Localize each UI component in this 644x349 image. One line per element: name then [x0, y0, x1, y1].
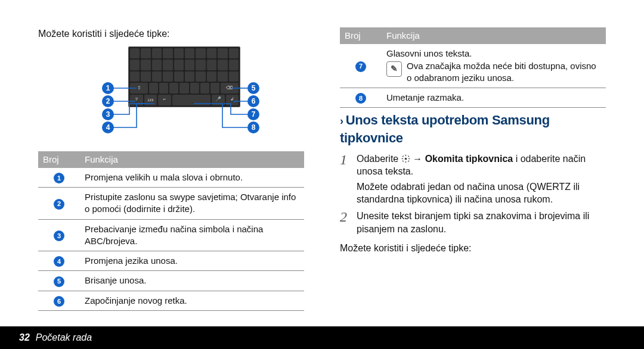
right-function-table: Broj Funkcija 7 Glasovni unos teksta. ✎ … — [340, 27, 606, 108]
table-row: 7 Glasovni unos teksta. ✎ Ova značajka m… — [340, 44, 606, 88]
step-2: 2 Unesite tekst biranjem tipki sa znakov… — [340, 210, 606, 235]
step1-bold: Okomita tipkovnica — [425, 154, 513, 164]
callout-7: 7 — [247, 108, 259, 120]
step-number: 1 — [340, 152, 351, 206]
table-row: 5 Brisanje unosa. — [38, 271, 304, 291]
table-row: 1 Promjena velikih u mala slova i obrnut… — [38, 168, 304, 188]
svg-rect-1 — [405, 154, 406, 156]
page-number: 32 — [19, 332, 30, 343]
svg-rect-2 — [405, 161, 406, 163]
step-number: 2 — [340, 210, 351, 235]
chevron-icon: › — [340, 115, 343, 127]
callout-2: 2 — [102, 95, 114, 107]
svg-rect-5 — [402, 155, 404, 157]
th-func: Funkcija — [80, 151, 304, 168]
step-1: 1 Odaberite — [340, 152, 606, 206]
callout-6: 6 — [247, 95, 259, 107]
table-row: 3 Prebacivanje između načina simbola i n… — [38, 219, 304, 251]
section-heading: ›Unos teksta upotrebom Samsung tipkovnic… — [340, 111, 606, 147]
callout-4: 4 — [102, 121, 114, 133]
row-badge: 4 — [54, 256, 64, 267]
svg-rect-7 — [408, 155, 410, 157]
note-icon: ✎ — [386, 61, 402, 77]
step2-body: Unesite tekst biranjem tipki sa znakovim… — [357, 210, 606, 235]
right-column: Broj Funkcija 7 Glasovni unos teksta. ✎ … — [340, 27, 606, 349]
th-func: Funkcija — [382, 27, 606, 44]
svg-point-0 — [404, 157, 407, 160]
step1-arrow: → — [413, 154, 425, 164]
svg-rect-6 — [408, 160, 410, 162]
row-badge: 8 — [355, 93, 366, 104]
gear-icon — [401, 154, 410, 163]
step1-pre: Odaberite — [357, 154, 401, 164]
row-desc: Promjena velikih u mala slova i obrnuto. — [80, 168, 304, 188]
heading-text: Unos teksta upotrebom Samsung tipkovnice — [340, 113, 550, 145]
row-badge: 2 — [54, 199, 64, 210]
svg-rect-4 — [408, 158, 410, 159]
row-badge: 5 — [54, 276, 64, 287]
row-desc: Prebacivanje između načina simbola i nač… — [80, 219, 304, 251]
table-row: 8 Umetanje razmaka. — [340, 88, 606, 108]
page: Možete koristiti i sljedeće tipke: — [0, 0, 644, 349]
callout-1: 1 — [102, 82, 114, 94]
keyboard-illustration: ⇧ ⌫ ? 123 ⌐ 🎤 ↲ — [94, 46, 249, 142]
row-desc: Glasovni unos teksta. ✎ Ova značajka mož… — [382, 44, 606, 88]
row7-note: Ova značajka možda neće biti dostupna, o… — [407, 60, 601, 85]
page-footer: 32 Početak rada — [0, 326, 644, 349]
callout-8: 8 — [247, 121, 259, 133]
row-badge: 3 — [54, 230, 64, 241]
row-desc: Pristupite zaslonu sa swype savjetima; O… — [80, 188, 304, 220]
left-column: Možete koristiti i sljedeće tipke: — [38, 27, 304, 349]
left-function-table: Broj Funkcija 1 Promjena velikih u mala … — [38, 151, 304, 311]
table-row: 4 Promjena jezika unosa. — [38, 251, 304, 271]
th-num: Broj — [38, 151, 80, 168]
row-desc: Umetanje razmaka. — [382, 88, 606, 108]
table-row: 6 Započinjanje novog retka. — [38, 291, 304, 310]
row7-main: Glasovni unos teksta. — [386, 48, 601, 60]
svg-rect-3 — [401, 158, 403, 159]
callout-5: 5 — [247, 82, 259, 94]
left-intro: Možete koristiti i sljedeće tipke: — [38, 27, 304, 40]
footer-section: Početak rada — [36, 332, 92, 343]
step1-para2: Možete odabrati jedan od načina unosa (Q… — [357, 180, 606, 206]
row-desc: Promjena jezika unosa. — [80, 251, 304, 271]
svg-rect-8 — [402, 160, 404, 162]
callout-3: 3 — [102, 108, 114, 120]
row-desc: Započinjanje novog retka. — [80, 291, 304, 310]
th-num: Broj — [340, 27, 382, 44]
row-badge: 7 — [355, 61, 366, 72]
row-badge: 6 — [54, 296, 64, 307]
row-badge: 1 — [54, 173, 64, 183]
row-desc: Brisanje unosa. — [80, 271, 304, 291]
right-outro: Možete koristiti i sljedeće tipke: — [340, 242, 606, 255]
callout-lines — [94, 46, 249, 142]
table-row: 2 Pristupite zaslonu sa swype savjetima;… — [38, 188, 304, 220]
